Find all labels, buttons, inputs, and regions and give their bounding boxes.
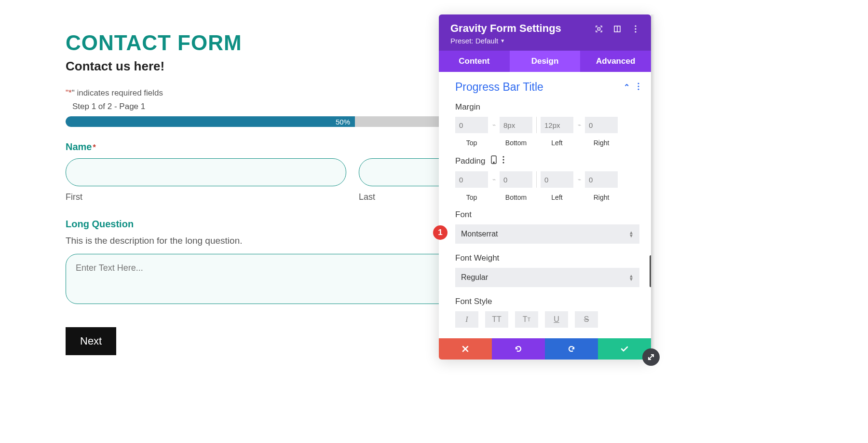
progress-percent: 50% — [336, 118, 350, 126]
strikethrough-button[interactable]: S — [575, 311, 598, 328]
more-icon[interactable] — [632, 25, 639, 33]
margin-inputs: ⌁ ⌁ — [455, 117, 639, 133]
device-mobile-icon[interactable] — [491, 155, 497, 166]
padding-more-icon[interactable] — [502, 156, 504, 166]
svg-point-5 — [635, 31, 636, 32]
svg-point-12 — [503, 159, 504, 160]
underline-button[interactable]: U — [545, 311, 568, 328]
italic-button[interactable]: I — [455, 311, 478, 328]
panel-title: Gravity Form Settings — [450, 22, 561, 35]
padding-bottom-input[interactable] — [500, 171, 532, 188]
margin-top-input[interactable] — [455, 117, 488, 133]
svg-point-10 — [493, 162, 494, 163]
padding-inputs: ⌁ ⌁ — [455, 171, 639, 188]
margin-right-input[interactable] — [585, 117, 618, 133]
margin-bottom-input[interactable] — [500, 117, 532, 133]
select-arrows-icon: ▲▼ — [629, 231, 634, 237]
uppercase-button[interactable]: TT — [485, 311, 508, 328]
panel-header: Gravity Form Settings Preset: Default ▼ — [439, 14, 651, 51]
padding-left-input[interactable] — [541, 171, 573, 188]
smallcaps-button[interactable]: TT — [515, 311, 538, 328]
caret-down-icon: ▼ — [500, 38, 505, 43]
svg-point-6 — [637, 83, 639, 84]
panel-body: Progress Bar Title ⌃ Margin ⌁ ⌁ — [439, 72, 651, 338]
first-name-sublabel: First — [66, 192, 346, 202]
font-style-label: Font Style — [455, 297, 639, 306]
annotation-badge-1: 1 — [433, 225, 448, 240]
panel-footer — [439, 338, 651, 360]
svg-point-13 — [503, 162, 504, 163]
font-weight-label: Font Weight — [455, 253, 639, 263]
panel-tabs: Content Design Advanced — [439, 51, 651, 72]
margin-left-input[interactable] — [541, 117, 573, 133]
resize-handle[interactable] — [642, 348, 660, 366]
progress-fill: 50% — [66, 116, 355, 127]
tab-advanced[interactable]: Advanced — [580, 51, 651, 72]
padding-top-input[interactable] — [455, 171, 488, 188]
link-icon[interactable]: ⌁ — [574, 117, 584, 133]
svg-line-16 — [649, 355, 653, 360]
svg-rect-0 — [598, 28, 600, 30]
section-title[interactable]: Progress Bar Title — [455, 81, 543, 94]
undo-button[interactable] — [492, 338, 545, 360]
link-icon[interactable]: ⌁ — [574, 171, 584, 188]
font-label: Font — [455, 210, 639, 220]
next-button[interactable]: Next — [66, 327, 116, 355]
redo-button[interactable] — [545, 338, 598, 360]
tab-design[interactable]: Design — [510, 51, 581, 72]
section-more-icon[interactable] — [637, 83, 639, 92]
svg-point-4 — [635, 28, 636, 29]
first-name-input[interactable] — [66, 158, 346, 186]
chevron-up-icon[interactable]: ⌃ — [624, 83, 630, 92]
cancel-button[interactable] — [439, 338, 492, 360]
padding-label: Padding — [455, 155, 639, 166]
svg-point-11 — [503, 156, 504, 157]
margin-label: Margin — [455, 102, 639, 112]
expand-icon[interactable] — [595, 25, 603, 33]
svg-point-7 — [637, 85, 639, 87]
font-select[interactable]: Montserrat ▲▼ — [455, 224, 639, 244]
svg-point-8 — [637, 88, 639, 90]
font-style-buttons: I TT TT U S — [455, 311, 639, 328]
panel-preset[interactable]: Preset: Default ▼ — [450, 37, 561, 45]
padding-right-input[interactable] — [585, 171, 618, 188]
settings-panel: Gravity Form Settings Preset: Default ▼ … — [439, 14, 651, 360]
select-arrows-icon: ▲▼ — [629, 274, 634, 281]
link-icon[interactable]: ⌁ — [489, 117, 499, 133]
tab-content[interactable]: Content — [439, 51, 510, 72]
svg-point-3 — [635, 25, 636, 27]
scrollbar-thumb[interactable] — [650, 255, 651, 287]
columns-icon[interactable] — [613, 25, 621, 33]
link-icon[interactable]: ⌁ — [489, 171, 499, 188]
font-weight-select[interactable]: Regular ▲▼ — [455, 268, 639, 287]
